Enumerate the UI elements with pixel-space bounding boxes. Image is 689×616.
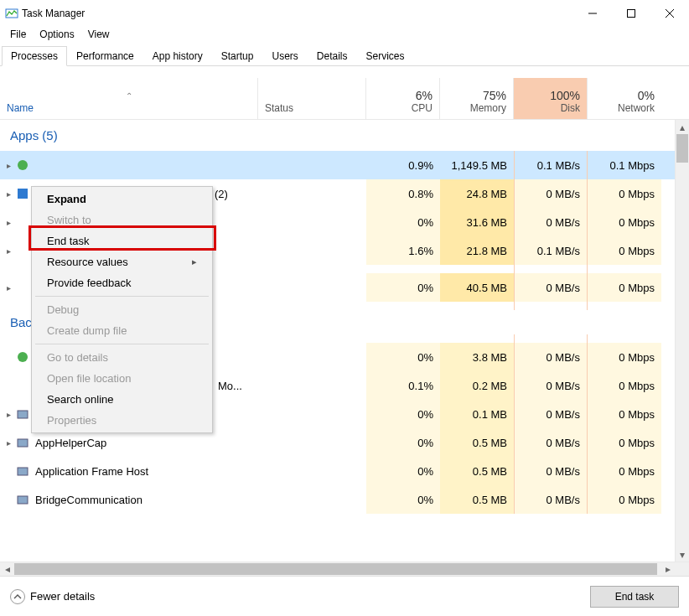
cell-network: 0 Mbps	[588, 428, 661, 457]
cell-cpu: 0%	[366, 208, 440, 236]
table-header: ⌃ Name Status 6% CPU 75% Memory 100% Dis…	[0, 78, 689, 120]
cell-disk: 0.1 MB/s	[514, 151, 588, 179]
cell-memory: 21.8 MB	[440, 236, 514, 265]
chevron-right-icon[interactable]: ▸	[3, 438, 13, 448]
process-icon	[15, 243, 30, 258]
sort-indicator-icon: ⌃	[7, 91, 251, 101]
ctx-expand[interactable]: Expand	[34, 189, 210, 210]
vertical-scrollbar[interactable]: ▴ ▾	[675, 120, 689, 562]
column-status-label: Status	[265, 102, 359, 114]
cell-disk: 0 MB/s	[514, 273, 588, 302]
scroll-down-icon[interactable]: ▾	[676, 547, 689, 562]
ctx-end-task[interactable]: End task	[34, 230, 210, 251]
maximize-button[interactable]	[612, 0, 650, 27]
ctx-search-online[interactable]: Search online	[34, 389, 210, 410]
chevron-right-icon[interactable]: ▸	[3, 189, 13, 199]
column-network-label: Network	[618, 102, 655, 114]
menu-options[interactable]: Options	[33, 27, 80, 44]
scroll-thumb[interactable]	[676, 134, 688, 163]
svg-rect-9	[18, 439, 28, 447]
chevron-right-icon[interactable]: ▸	[3, 161, 13, 170]
column-disk-label: Disk	[561, 102, 580, 114]
group-apps[interactable]: Apps (5)	[0, 120, 689, 151]
cell-cpu: 1.6%	[366, 236, 440, 265]
tab-users[interactable]: Users	[262, 46, 307, 66]
network-usage-percent: 0%	[638, 89, 655, 102]
menubar: File Options View	[0, 27, 689, 44]
column-cpu-label: CPU	[412, 102, 433, 114]
column-name[interactable]: ⌃ Name	[0, 78, 258, 119]
cell-cpu: 0%	[366, 273, 440, 302]
cell-cpu: 0%	[366, 428, 440, 457]
cell-network: 0 Mbps	[588, 236, 661, 265]
disk-usage-percent: 100%	[550, 89, 580, 102]
cell-cpu: 0.8%	[366, 179, 440, 208]
cell-cpu: 0.1%	[366, 371, 440, 400]
fewer-details-toggle[interactable]: Fewer details	[10, 589, 95, 604]
cell-network: 0 Mbps	[588, 179, 661, 208]
chevron-right-icon[interactable]: ▸	[3, 283, 13, 292]
cell-memory: 0.5 MB	[440, 457, 514, 485]
ctx-resource-values[interactable]: Resource values▸	[34, 251, 210, 272]
ctx-properties: Properties	[34, 410, 210, 431]
column-name-label: Name	[7, 102, 251, 114]
tab-app-history[interactable]: App history	[143, 46, 212, 66]
hscroll-thumb[interactable]	[14, 563, 657, 575]
tab-details[interactable]: Details	[308, 46, 357, 66]
ctx-go-to-details: Go to details	[34, 347, 210, 368]
tab-performance[interactable]: Performance	[67, 46, 143, 66]
column-cpu[interactable]: 6% CPU	[366, 78, 440, 119]
app-icon	[5, 7, 18, 20]
minimize-button[interactable]	[573, 0, 612, 27]
svg-rect-0	[6, 9, 18, 18]
cell-disk: 0 MB/s	[514, 428, 588, 457]
cpu-usage-percent: 6%	[416, 89, 433, 102]
process-icon	[15, 158, 30, 173]
svg-rect-11	[18, 496, 28, 504]
end-task-button-label: End task	[615, 591, 655, 603]
tab-startup[interactable]: Startup	[212, 46, 263, 66]
scroll-up-icon[interactable]: ▴	[676, 120, 689, 134]
footer: Fewer details End task	[0, 576, 689, 616]
process-icon	[15, 435, 30, 450]
column-memory[interactable]: 75% Memory	[440, 78, 514, 119]
chevron-right-icon[interactable]: ▸	[3, 410, 13, 419]
svg-rect-2	[628, 10, 635, 18]
context-menu: Expand Switch to End task Resource value…	[31, 186, 213, 433]
ctx-create-dump: Create dump file	[34, 320, 210, 341]
horizontal-scrollbar[interactable]: ◂ ▸	[0, 562, 689, 576]
scroll-left-icon[interactable]: ◂	[0, 563, 14, 575]
cell-network: 0 Mbps	[588, 457, 661, 485]
table-row[interactable]: Application Frame Host 0% 0.5 MB 0 MB/s …	[0, 457, 689, 485]
cell-network: 0 Mbps	[588, 273, 661, 302]
table-row[interactable]: ▸ 0.9% 1,149.5 MB 0.1 MB/s 0.1 Mbps	[0, 151, 689, 179]
cell-memory: 1,149.5 MB	[440, 151, 514, 179]
tab-services[interactable]: Services	[357, 46, 414, 66]
process-icon	[15, 463, 30, 479]
ctx-open-file-location: Open file location	[34, 368, 210, 389]
tab-processes[interactable]: Processes	[2, 46, 67, 66]
cell-cpu: 0%	[366, 400, 440, 428]
scroll-right-icon[interactable]: ▸	[661, 563, 675, 575]
cell-memory: 24.8 MB	[440, 179, 514, 208]
process-icon	[15, 406, 30, 422]
column-status[interactable]: Status	[258, 78, 366, 119]
cell-network: 0 Mbps	[588, 400, 661, 428]
end-task-button[interactable]: End task	[590, 586, 679, 608]
group-apps-label: Apps (5)	[10, 128, 58, 142]
close-button[interactable]	[650, 0, 689, 27]
menu-view[interactable]: View	[81, 27, 117, 44]
chevron-right-icon[interactable]: ▸	[3, 218, 13, 227]
process-name: Mo...	[218, 380, 242, 392]
ctx-provide-feedback[interactable]: Provide feedback	[34, 272, 210, 293]
process-icon	[15, 280, 30, 295]
menu-file[interactable]: File	[3, 27, 33, 44]
cell-disk: 0 MB/s	[514, 485, 588, 514]
chevron-right-icon[interactable]: ▸	[3, 246, 13, 256]
column-disk[interactable]: 100% Disk	[514, 78, 588, 119]
submenu-arrow-icon: ▸	[192, 256, 197, 267]
column-network[interactable]: 0% Network	[588, 78, 661, 119]
cell-memory: 0.5 MB	[440, 428, 514, 457]
table-row[interactable]: BridgeCommunication 0% 0.5 MB 0 MB/s 0 M…	[0, 485, 689, 514]
cell-disk: 0 MB/s	[514, 208, 588, 236]
